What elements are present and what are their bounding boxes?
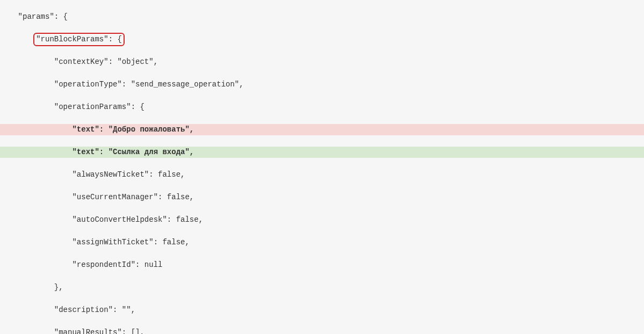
line-contextkey: "contextKey": "object",: [0, 56, 644, 68]
line-usecurrentmanager: "useCurrentManager": false,: [0, 192, 644, 203]
line-operationparams: "operationParams": {: [0, 101, 644, 113]
line-params: "params": {: [0, 11, 644, 23]
line-assignwithticket: "assignWithTicket": false,: [0, 237, 644, 248]
line-runblockparams: "runBlockParams": {: [0, 34, 644, 45]
line-description: "description": "",: [0, 304, 644, 316]
line-text-deleted: "text": "Добро пожаловать",: [0, 124, 644, 135]
line-close-opparams: },: [0, 282, 644, 293]
line-respondentid: "respondentId": null: [0, 259, 644, 271]
line-alwaysnewticket: "alwaysNewTicket": false,: [0, 169, 644, 180]
highlight-runblockparams: "runBlockParams": {: [36, 34, 122, 45]
json-diff-code: "params": { "runBlockParams": { "context…: [0, 0, 644, 334]
line-autoconverthelpdesk: "autoConvertHelpdesk": false,: [0, 214, 644, 226]
line-text-added: "text": "Ссылка для входа",: [0, 147, 644, 158]
line-operationtype: "operationType": "send_message_operation…: [0, 79, 644, 90]
line-manualresults: "manualResults": [],: [0, 327, 644, 334]
